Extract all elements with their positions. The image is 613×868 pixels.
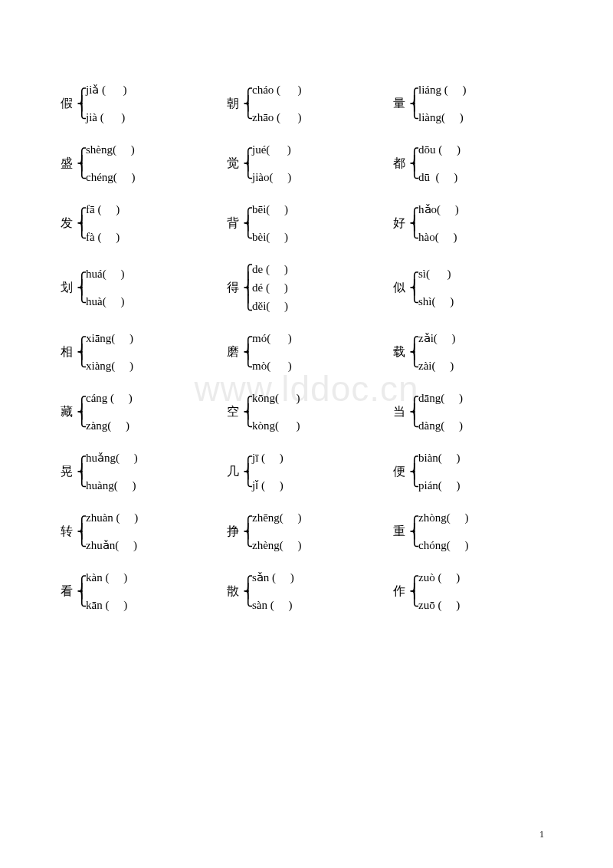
worksheet-row: 发⎧⎨⎩fā ( )fà ( )背⎧⎨⎩bēi( )bèi( )好⎧⎨⎩hǎo(… bbox=[60, 200, 553, 246]
pinyin-reading: dū ( ) bbox=[418, 168, 461, 186]
pinyin-reading: biàn( ) bbox=[418, 449, 461, 467]
polyphone-entry: 盛⎧⎨⎩shèng( )chéng( ) bbox=[60, 140, 221, 186]
polyphone-entry: 朝⎧⎨⎩cháo ( )zhāo ( ) bbox=[226, 81, 387, 127]
polyphone-entry: 假⎧⎨⎩jiǎ ( )jià ( ) bbox=[60, 81, 221, 127]
polyphone-entry: 看⎧⎨⎩kàn ( )kān ( ) bbox=[60, 568, 221, 614]
pinyin-reading: cháo ( ) bbox=[252, 81, 302, 99]
pinyin-reading: xiàng( ) bbox=[86, 357, 133, 375]
pinyin-reading: shèng( ) bbox=[86, 140, 136, 159]
pinyin-reading: jià ( ) bbox=[86, 108, 127, 127]
hanzi-character: 几 bbox=[226, 465, 240, 478]
pinyin-reading: sàn ( ) bbox=[252, 596, 294, 614]
pinyin-reading: liàng( ) bbox=[418, 108, 466, 127]
polyphone-entry: 便⎧⎨⎩biàn( )pián( ) bbox=[392, 449, 553, 495]
pinyin-reading: fā ( ) bbox=[86, 200, 120, 219]
brace-group: ⎧⎨⎩xiāng( )xiàng( ) bbox=[77, 329, 133, 375]
brace-group: ⎧⎨⎩huá( )huà( ) bbox=[77, 265, 124, 311]
pinyin-reading: dāng( ) bbox=[418, 389, 463, 407]
brace-group: ⎧⎨⎩jī ( )jǐ ( ) bbox=[243, 449, 284, 495]
polyphone-entry: 得⎧⎪⎨⎪⎩de ( )dé ( )děi( ) bbox=[226, 260, 387, 315]
pinyin-reading: pián( ) bbox=[418, 476, 461, 495]
hanzi-character: 藏 bbox=[60, 406, 74, 418]
brace-group: ⎧⎨⎩biàn( )pián( ) bbox=[409, 449, 461, 495]
polyphone-entry: 似⎧⎨⎩sì( )shì( ) bbox=[392, 260, 553, 315]
worksheet-row: 相⎧⎨⎩xiāng( )xiàng( )磨⎧⎨⎩mó( )mò( )载⎧⎨⎩zǎ… bbox=[60, 329, 553, 375]
brace-group: ⎧⎨⎩zhòng( )chóng( ) bbox=[409, 508, 468, 554]
hanzi-character: 假 bbox=[60, 97, 74, 110]
pinyin-reading: cáng ( ) bbox=[86, 389, 133, 407]
pinyin-reading: zhēng( ) bbox=[252, 508, 302, 527]
brace-group: ⎧⎨⎩jiǎ ( )jià ( ) bbox=[77, 81, 127, 127]
hanzi-character: 划 bbox=[60, 281, 74, 294]
brace-group: ⎧⎨⎩huǎng( )huàng( ) bbox=[77, 449, 138, 495]
polyphone-entry: 空⎧⎨⎩kōng( )kòng( ) bbox=[226, 389, 387, 435]
hanzi-character: 似 bbox=[392, 281, 406, 294]
polyphone-entry: 划⎧⎨⎩huá( )huà( ) bbox=[60, 260, 221, 315]
pinyin-reading: zài( ) bbox=[418, 357, 456, 375]
pinyin-reading: shì( ) bbox=[418, 292, 454, 311]
worksheet-row: 晃⎧⎨⎩huǎng( )huàng( )几⎧⎨⎩jī ( )jǐ ( )便⎧⎨⎩… bbox=[60, 449, 553, 495]
worksheet-row: 藏⎧⎨⎩cáng ( )zàng( )空⎧⎨⎩kōng( )kòng( )当⎧⎨… bbox=[60, 389, 553, 435]
hanzi-character: 磨 bbox=[226, 346, 240, 358]
brace-group: ⎧⎨⎩dāng( )dàng( ) bbox=[409, 389, 463, 435]
hanzi-character: 相 bbox=[60, 346, 74, 358]
brace-group: ⎧⎨⎩jué( )jiào( ) bbox=[243, 140, 291, 186]
pinyin-reading: mò( ) bbox=[252, 357, 292, 375]
hanzi-character: 载 bbox=[392, 346, 406, 358]
pinyin-reading: dàng( ) bbox=[418, 416, 463, 435]
brace-group: ⎧⎨⎩dōu ( )dū ( ) bbox=[409, 140, 461, 186]
pinyin-reading: zhāo ( ) bbox=[252, 108, 302, 127]
hanzi-character: 朝 bbox=[226, 97, 240, 110]
brace-group: ⎧⎨⎩zhuàn ( )zhuǎn( ) bbox=[77, 508, 138, 554]
polyphone-entry: 背⎧⎨⎩bēi( )bèi( ) bbox=[226, 200, 387, 246]
polyphone-entry: 晃⎧⎨⎩huǎng( )huàng( ) bbox=[60, 449, 221, 495]
pinyin-reading: liáng ( ) bbox=[418, 81, 466, 99]
pinyin-reading: sì( ) bbox=[418, 265, 454, 283]
polyphone-entry: 都⎧⎨⎩dōu ( )dū ( ) bbox=[392, 140, 553, 186]
pinyin-reading: de ( ) bbox=[252, 260, 288, 278]
pinyin-reading: huà( ) bbox=[86, 292, 124, 311]
hanzi-character: 背 bbox=[226, 217, 240, 229]
polyphone-entry: 相⎧⎨⎩xiāng( )xiàng( ) bbox=[60, 329, 221, 375]
pinyin-reading: fà ( ) bbox=[86, 228, 120, 246]
polyphone-entry: 转⎧⎨⎩zhuàn ( )zhuǎn( ) bbox=[60, 508, 221, 554]
hanzi-character: 挣 bbox=[226, 525, 240, 538]
pinyin-reading: zàng( ) bbox=[86, 416, 133, 435]
pinyin-reading: bēi( ) bbox=[252, 200, 288, 219]
hanzi-character: 转 bbox=[60, 525, 74, 538]
polyphone-entry: 觉⎧⎨⎩jué( )jiào( ) bbox=[226, 140, 387, 186]
page-number: 1 bbox=[539, 829, 544, 840]
brace-group: ⎧⎨⎩shèng( )chéng( ) bbox=[77, 140, 136, 186]
pinyin-reading: jiǎ ( ) bbox=[86, 81, 127, 99]
polyphone-entry: 量⎧⎨⎩liáng ( )liàng( ) bbox=[392, 81, 553, 127]
brace-group: ⎧⎨⎩zǎi( )zài( ) bbox=[409, 329, 456, 375]
polyphone-entry: 好⎧⎨⎩hǎo( )hào( ) bbox=[392, 200, 553, 246]
brace-group: ⎧⎪⎨⎪⎩de ( )dé ( )děi( ) bbox=[243, 260, 288, 315]
hanzi-character: 盛 bbox=[60, 157, 74, 169]
pinyin-reading: zuō ( ) bbox=[418, 596, 460, 614]
hanzi-character: 好 bbox=[392, 217, 406, 229]
hanzi-character: 散 bbox=[226, 585, 240, 597]
pinyin-reading: chéng( ) bbox=[86, 168, 136, 186]
hanzi-character: 晃 bbox=[60, 465, 74, 478]
pinyin-reading: jiào( ) bbox=[252, 168, 291, 186]
pinyin-reading: mó( ) bbox=[252, 329, 292, 347]
pinyin-reading: huá( ) bbox=[86, 265, 124, 283]
brace-group: ⎧⎨⎩fā ( )fà ( ) bbox=[77, 200, 120, 246]
hanzi-character: 觉 bbox=[226, 157, 240, 169]
brace-group: ⎧⎨⎩cáng ( )zàng( ) bbox=[77, 389, 133, 435]
pinyin-reading: dōu ( ) bbox=[418, 140, 461, 159]
worksheet-row: 划⎧⎨⎩huá( )huà( )得⎧⎪⎨⎪⎩de ( )dé ( )děi( )… bbox=[60, 260, 553, 315]
polyphone-entry: 磨⎧⎨⎩mó( )mò( ) bbox=[226, 329, 387, 375]
brace-group: ⎧⎨⎩hǎo( )hào( ) bbox=[409, 200, 459, 246]
pinyin-reading: kàn ( ) bbox=[86, 568, 127, 587]
pinyin-reading: kòng( ) bbox=[252, 416, 300, 435]
worksheet-row: 盛⎧⎨⎩shèng( )chéng( )觉⎧⎨⎩jué( )jiào( )都⎧⎨… bbox=[60, 140, 553, 186]
pinyin-reading: zhòng( ) bbox=[418, 508, 468, 527]
brace-group: ⎧⎨⎩cháo ( )zhāo ( ) bbox=[243, 81, 302, 127]
brace-group: ⎧⎨⎩liáng ( )liàng( ) bbox=[409, 81, 466, 127]
hanzi-character: 发 bbox=[60, 217, 74, 229]
brace-group: ⎧⎨⎩zuò ( )zuō ( ) bbox=[409, 568, 460, 614]
pinyin-reading: děi( ) bbox=[252, 297, 288, 315]
pinyin-reading: jī ( ) bbox=[252, 449, 284, 467]
